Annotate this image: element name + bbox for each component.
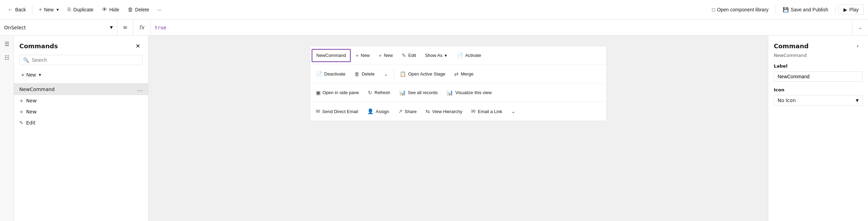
trash-icon: 🗑 [354, 71, 360, 77]
side-pane-icon: ▣ [316, 90, 321, 96]
toolbar-right: □ Open component library 💾 Save and Publ… [708, 4, 864, 15]
plus-icon: + [39, 7, 42, 13]
cmd-merge-button[interactable]: ⇄ Merge [450, 68, 478, 81]
share-icon: ↗ [398, 108, 403, 114]
chevron-down-icon: ▼ [56, 8, 59, 12]
label-input[interactable] [774, 71, 862, 82]
stage-icon: 📋 [400, 71, 406, 77]
command-item-newcommand[interactable]: NewCommand … [14, 83, 148, 95]
cmd-email-link-button[interactable]: ✉ Email a Link [467, 105, 506, 118]
icon-heading: Icon [774, 87, 862, 92]
newcommand-button[interactable]: NewCommand [312, 49, 351, 62]
formula-dropdown[interactable]: OnSelect ▼ [0, 20, 117, 35]
cmd-new-2-button[interactable]: + New [374, 49, 397, 62]
hierarchy-icon: ⇆ [426, 108, 430, 114]
right-panel-label-section: Label [768, 63, 868, 87]
cmd-deactivate-button[interactable]: 📄 Deactivate [312, 68, 350, 81]
main-area: ☰ ☷ Commands ✕ 🔍 + New ▼ NewCommand [0, 36, 868, 221]
hide-icon: 👁︎ [102, 7, 107, 13]
cmd-open-active-stage-button[interactable]: 📋 Open Active Stage [396, 68, 450, 81]
cmd-row-1: NewCommand + New + New ✎ Edit Show As ▼ [310, 46, 606, 65]
search-input[interactable] [32, 57, 139, 63]
hamburger-icon-button[interactable]: ☰ [1, 38, 12, 49]
cmd-row4-chevron-button[interactable]: ⌄ [507, 105, 520, 118]
cmd-send-email-button[interactable]: ✉ Send Direct Email [312, 105, 362, 118]
toolbar-sep-2 [776, 6, 776, 14]
formula-input[interactable]: true [150, 25, 852, 30]
canvas-area: NewCommand + New + New ✎ Edit Show As ▼ [148, 36, 768, 221]
open-component-library-button[interactable]: □ Open component library [708, 5, 773, 14]
save-icon: 💾 [783, 7, 789, 12]
cmd-new-1-button[interactable]: + New [351, 49, 374, 62]
trash-icon: 🗑 [128, 7, 133, 13]
select-chevron-icon: ▼ [856, 98, 859, 103]
right-panel-title: Command [774, 42, 809, 50]
back-button[interactable]: ← Back [4, 4, 29, 15]
new-button[interactable]: + New ▼ [35, 4, 63, 15]
cmd-chevron-button[interactable]: ⌄ [380, 68, 392, 81]
equals-icon: ≡ [123, 24, 127, 31]
cmd-row-2: 📄 Deactivate 🗑 Delete ⌄ 📋 Open Active St… [310, 65, 606, 83]
more-button[interactable]: ··· [154, 5, 165, 14]
cmd-show-as-button[interactable]: Show As ▼ [421, 49, 451, 62]
dropdown-arrow-icon: ▼ [110, 25, 113, 30]
icon-select[interactable]: No Icon ▼ [774, 95, 862, 106]
cmd-refresh-button[interactable]: ↻ Refresh [364, 86, 394, 99]
new-command-button[interactable]: + New ▼ [19, 71, 44, 79]
item-dots-icon[interactable]: … [137, 86, 143, 92]
chevron-down-icon: ▼ [444, 53, 448, 58]
email-icon: ✉ [316, 108, 320, 114]
edit-icon: ✎ [402, 52, 406, 59]
save-and-publish-button[interactable]: 💾 Save and Publish [779, 5, 832, 14]
hide-button[interactable]: 👁︎ Hide [98, 4, 123, 15]
play-icon: ▶ [843, 7, 847, 12]
search-box[interactable]: 🔍 [19, 55, 143, 65]
plus-icon: + [379, 52, 382, 58]
plus-icon: + [19, 98, 23, 103]
formula-expand-button[interactable]: ⌄ [852, 20, 868, 35]
play-button[interactable]: ▶ Play [838, 4, 864, 15]
cmd-visualize-button[interactable]: 📊 Visualize this view [442, 86, 496, 99]
commands-close-button[interactable]: ✕ [133, 41, 143, 51]
plus-icon: + [355, 52, 359, 58]
duplicate-icon: ⎘ [68, 7, 71, 13]
fx-label: fx [133, 20, 150, 35]
commands-header: Commands ✕ [14, 36, 148, 55]
right-panel-icon-section: Icon No Icon ▼ [768, 87, 868, 111]
cmd-edit-button[interactable]: ✎ Edit [398, 49, 420, 62]
cmd-view-hierarchy-button[interactable]: ⇆ View Hierarchy [421, 105, 466, 118]
cmd-see-all-records-button[interactable]: 📊 See all records [395, 86, 442, 99]
command-sub-item-new-2[interactable]: + New [14, 106, 148, 117]
visualize-icon: 📊 [447, 90, 453, 96]
toolbar-sep-1 [32, 6, 32, 14]
cmd-assign-button[interactable]: 👤 Assign [363, 105, 393, 118]
formula-eq-button[interactable]: ≡ [117, 20, 133, 35]
cmd-share-button[interactable]: ↗ Share [394, 105, 421, 118]
cmd-open-side-pane-button[interactable]: ▣ Open in side pane [312, 86, 363, 99]
cmd-activate-button[interactable]: 📄 Activate [452, 49, 485, 62]
cmd-row-4: ✉ Send Direct Email 👤 Assign ↗ Share ⇆ V… [310, 102, 606, 121]
cmd-delete-button[interactable]: 🗑 Delete [350, 68, 379, 81]
command-sub-item-new-1[interactable]: + New [14, 95, 148, 106]
hamburger-icon: ☰ [4, 41, 9, 47]
email-link-icon: ✉ [471, 108, 476, 114]
right-panel: Command › NewCommand Label Icon No Icon … [768, 36, 868, 221]
delete-button[interactable]: 🗑 Delete [124, 4, 153, 15]
duplicate-button[interactable]: ⎘ Duplicate [64, 4, 97, 15]
assign-icon: 👤 [367, 108, 374, 114]
tree-icon: ☷ [4, 54, 9, 61]
refresh-icon: ↻ [368, 90, 372, 96]
plus-icon: + [19, 109, 23, 114]
command-sub-item-edit[interactable]: ✎ Edit [14, 117, 148, 128]
commands-panel: Commands ✕ 🔍 + New ▼ NewCommand … + New [14, 36, 148, 221]
right-panel-header: Command › [768, 36, 868, 52]
formula-bar: OnSelect ▼ ≡ fx true ⌄ [0, 20, 868, 36]
close-icon: ✕ [136, 43, 140, 49]
records-icon: 📊 [399, 90, 406, 96]
merge-icon: ⇄ [454, 71, 459, 77]
command-bar-preview: NewCommand + New + New ✎ Edit Show As ▼ [310, 46, 607, 121]
chevron-down-icon: ⌄ [858, 25, 862, 30]
new-btn-row: + New ▼ [14, 69, 148, 83]
right-panel-expand-button[interactable]: › [853, 41, 862, 51]
tree-icon-button[interactable]: ☷ [1, 52, 12, 63]
